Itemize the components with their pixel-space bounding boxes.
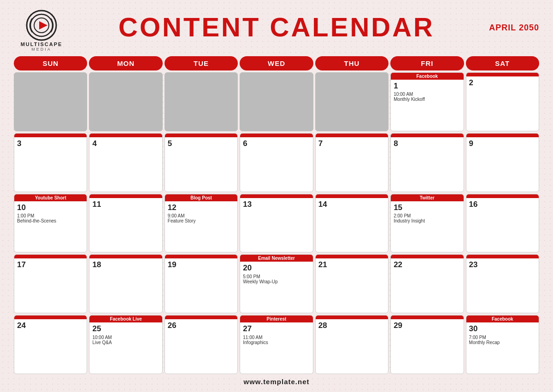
cell-day-num: 17 <box>17 260 84 269</box>
cal-grid: Facebook110:00 AMMonthly Kickoff23456789… <box>14 72 539 374</box>
cell-content: 28 <box>316 319 388 374</box>
day-header-fri: FRI <box>390 56 464 70</box>
cell-day-num: 16 <box>469 200 536 209</box>
cell-content: 9 <box>466 137 539 192</box>
cell-content: 101:00 PMBehind-the-Scenes <box>14 201 87 252</box>
cell-content: 24 <box>14 319 87 374</box>
cell-day-num: 3 <box>17 139 84 148</box>
cell-content: 307:00 PMMonthly Recap <box>466 322 539 374</box>
cal-cell: 13 <box>240 194 313 253</box>
event-banner: Youtube Short <box>14 194 87 201</box>
cell-desc: Infographics <box>243 340 310 345</box>
cell-day-num: 6 <box>243 139 310 148</box>
cell-content: 8 <box>391 137 463 192</box>
cell-day-num: 27 <box>243 324 310 333</box>
day-header-mon: MON <box>89 56 162 70</box>
cell-content: 17 <box>14 258 87 313</box>
cal-cell: 9 <box>466 133 539 192</box>
title-area: CONTENT CALENDAR <box>69 9 484 41</box>
cell-top-bar <box>466 134 539 137</box>
cell-desc: Monthly Kickoff <box>394 97 460 102</box>
cell-top-bar <box>89 194 162 198</box>
month-year-text: APRIL 2050 <box>484 23 539 33</box>
cell-content: 29 <box>391 319 463 374</box>
cell-day-num: 29 <box>394 321 460 330</box>
cal-cell: 24 <box>14 315 87 374</box>
cell-content: 152:00 PMIndustry Insight <box>391 201 463 252</box>
cell-day-num: 8 <box>394 139 460 148</box>
cal-cell: 14 <box>315 194 388 253</box>
cell-content: 22 <box>391 258 463 313</box>
cell-top-bar <box>240 194 312 198</box>
cal-cell: 3 <box>14 133 87 192</box>
cell-desc: Live Q&A <box>92 340 159 345</box>
cal-cell: Twitter152:00 PMIndustry Insight <box>390 194 464 253</box>
cell-desc: Behind-the-Scenes <box>17 218 84 223</box>
cell-content: 6 <box>240 137 312 192</box>
cell-top-bar <box>316 134 388 137</box>
cell-day-num: 7 <box>318 139 385 148</box>
cell-top-bar <box>165 134 237 137</box>
event-banner: Twitter <box>391 194 463 201</box>
cell-time: 10:00 AM <box>92 335 159 340</box>
cell-day-num: 11 <box>92 200 159 209</box>
cell-time: 9:00 AM <box>168 213 235 218</box>
cell-top-bar <box>391 134 463 137</box>
cell-content: 2510:00 AMLive Q&A <box>89 322 162 374</box>
event-banner: Pinterest <box>240 316 312 322</box>
cell-day-num: 9 <box>469 139 536 148</box>
cal-cell: 16 <box>466 194 539 253</box>
cell-content: 26 <box>165 319 237 374</box>
day-header-wed: WED <box>240 56 313 70</box>
event-banner: Facebook Live <box>89 316 162 322</box>
event-banner: Facebook <box>391 73 463 80</box>
cell-content: 110:00 AMMonthly Kickoff <box>391 80 463 131</box>
cal-cell: Pinterest2711:00 AMInfographics <box>240 315 313 374</box>
cell-content: 23 <box>466 258 539 313</box>
cal-cell: 5 <box>165 133 238 192</box>
cell-day-num: 26 <box>168 321 235 330</box>
svg-marker-3 <box>39 21 47 29</box>
cal-cell: 26 <box>165 315 238 374</box>
footer-url: www.template.net <box>244 378 310 386</box>
cal-cell: 2 <box>466 72 539 131</box>
logo-name: MULTISCAPE <box>21 41 63 47</box>
cell-desc: Industry Insight <box>394 218 460 223</box>
cell-top-bar <box>316 255 388 258</box>
logo-area: MULTISCAPE MEDIA <box>14 9 69 52</box>
cal-cell: 17 <box>14 254 87 313</box>
event-banner: Facebook <box>466 316 539 322</box>
cal-cell: 23 <box>466 254 539 313</box>
cal-cell <box>89 72 162 131</box>
cell-content: 11 <box>89 198 162 252</box>
cell-content: 129:00 AMFeature Story <box>165 201 237 252</box>
cell-day-num: 18 <box>92 260 159 269</box>
cell-day-num: 21 <box>318 260 385 269</box>
cal-cell: 4 <box>89 133 162 192</box>
cal-cell: 29 <box>390 315 464 374</box>
cell-time: 5:00 PM <box>243 274 310 279</box>
cell-top-bar <box>466 73 539 76</box>
cell-content: 21 <box>316 258 388 313</box>
cell-day-num: 30 <box>469 324 536 333</box>
cell-top-bar <box>466 255 539 258</box>
cell-top-bar <box>14 316 87 319</box>
calendar: SUN MON TUE WED THU FRI SAT Facebook110:… <box>14 56 539 374</box>
cell-content: 3 <box>14 137 87 192</box>
event-banner: Email Newsletter <box>240 255 312 262</box>
cell-top-bar <box>316 194 388 198</box>
cell-day-num: 24 <box>17 321 84 330</box>
cell-time: 11:00 AM <box>243 335 310 340</box>
cell-top-bar <box>240 134 312 137</box>
cal-cell: Email Newsletter205:00 PMWeekly Wrap-Up <box>240 254 313 313</box>
cal-cell: 6 <box>240 133 313 192</box>
cell-day-num: 2 <box>469 78 536 88</box>
cal-cell: 11 <box>89 194 162 253</box>
cell-content: 13 <box>240 198 312 252</box>
cell-day-num: 12 <box>168 203 235 212</box>
cell-time: 2:00 PM <box>394 213 460 218</box>
cell-day-num: 14 <box>318 200 385 209</box>
cell-day-num: 20 <box>243 263 310 273</box>
cell-top-bar <box>165 255 237 258</box>
cell-time: 10:00 AM <box>394 92 460 97</box>
